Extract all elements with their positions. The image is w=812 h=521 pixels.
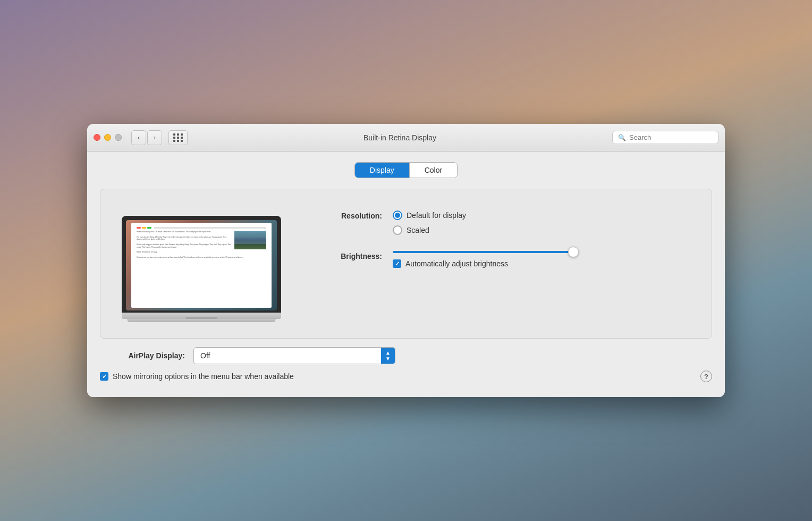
brightness-thumb[interactable]	[568, 247, 579, 257]
search-field[interactable]: 🔍	[612, 131, 718, 144]
back-icon: ‹	[138, 134, 140, 141]
tab-color[interactable]: Color	[410, 163, 457, 178]
brightness-track	[393, 251, 573, 253]
tab-display[interactable]: Display	[355, 163, 410, 178]
resolution-default-option[interactable]: Default for display	[393, 211, 466, 220]
tab-group: Display Color	[354, 162, 458, 178]
search-icon: 🔍	[618, 134, 626, 141]
auto-brightness-checkbox[interactable]: ✓	[393, 259, 401, 268]
close-button[interactable]	[94, 134, 100, 141]
screen-document: Here's to the crazy ones. The misfits. T…	[131, 223, 272, 308]
airplay-value: Off	[194, 348, 381, 363]
help-icon: ?	[704, 373, 708, 381]
auto-brightness-label: Automatically adjust brightness	[405, 259, 508, 268]
laptop-illustration: Here's to the crazy ones. The misfits. T…	[116, 205, 286, 322]
main-content: Display Color	[87, 152, 725, 397]
tab-bar: Display Color	[100, 162, 712, 178]
mirroring-checkmark-icon: ✓	[102, 373, 107, 380]
radio-default-fill	[395, 213, 400, 218]
radio-default-label: Default for display	[407, 211, 466, 220]
maximize-button[interactable]	[115, 134, 122, 141]
nav-buttons: ‹ ›	[131, 130, 162, 145]
brightness-label: Brightness:	[318, 251, 382, 260]
select-arrows: ▲ ▼	[381, 348, 395, 364]
all-prefs-button[interactable]	[168, 130, 188, 145]
help-button[interactable]: ?	[700, 371, 712, 382]
display-controls: Resolution: Default for display Scaled	[318, 205, 696, 268]
airplay-select[interactable]: Off ▲ ▼	[193, 347, 395, 364]
resolution-options: Default for display Scaled	[393, 211, 466, 235]
arrow-down-icon: ▼	[385, 356, 391, 362]
auto-brightness-option[interactable]: ✓ Automatically adjust brightness	[393, 259, 573, 268]
mirroring-row: ✓ Show mirroring options in the menu bar…	[100, 372, 294, 381]
search-input[interactable]	[629, 133, 713, 141]
forward-button[interactable]: ›	[147, 130, 162, 145]
laptop-screen-outer: Here's to the crazy ones. The misfits. T…	[122, 216, 281, 313]
checkmark-icon: ✓	[395, 260, 400, 267]
back-button[interactable]: ‹	[131, 130, 146, 145]
bottom-section: AirPlay Display: Off ▲ ▼ ✓ Show mirrorin…	[100, 339, 712, 384]
resolution-label: Resolution:	[318, 211, 382, 220]
mirroring-label: Show mirroring options in the menu bar w…	[113, 372, 294, 381]
laptop-bottom	[127, 319, 276, 322]
display-panel: Here's to the crazy ones. The misfits. T…	[100, 189, 712, 339]
resolution-scaled-option[interactable]: Scaled	[393, 225, 466, 235]
doc-header	[137, 227, 266, 229]
window-title: Built-in Retina Display	[192, 133, 608, 142]
titlebar: ‹ › Built-in Retina Display 🔍	[87, 124, 725, 152]
traffic-lights	[94, 134, 122, 141]
brightness-row: Brightness: ✓ Automatically adjust brigh…	[318, 251, 696, 268]
radio-default[interactable]	[393, 211, 402, 220]
laptop-image: Here's to the crazy ones. The misfits. T…	[122, 216, 281, 322]
radio-scaled[interactable]	[393, 225, 402, 235]
brightness-slider-container	[393, 251, 573, 253]
screen-mountain-image	[234, 231, 266, 249]
forward-icon: ›	[154, 134, 156, 141]
airplay-label: AirPlay Display:	[100, 351, 185, 360]
airplay-row: AirPlay Display: Off ▲ ▼	[100, 347, 712, 364]
laptop-screen-bezel: Here's to the crazy ones. The misfits. T…	[126, 220, 277, 310]
mirroring-checkbox[interactable]: ✓	[100, 372, 108, 381]
laptop-base	[122, 313, 281, 319]
system-preferences-window: ‹ › Built-in Retina Display 🔍 Display Co	[87, 124, 725, 397]
arrow-up-icon: ▲	[385, 350, 391, 356]
screen-content: Here's to the crazy ones. The misfits. T…	[126, 220, 277, 310]
grid-icon	[173, 133, 183, 142]
minimize-button[interactable]	[104, 134, 111, 141]
resolution-row: Resolution: Default for display Scaled	[318, 211, 696, 235]
radio-scaled-label: Scaled	[407, 226, 429, 234]
